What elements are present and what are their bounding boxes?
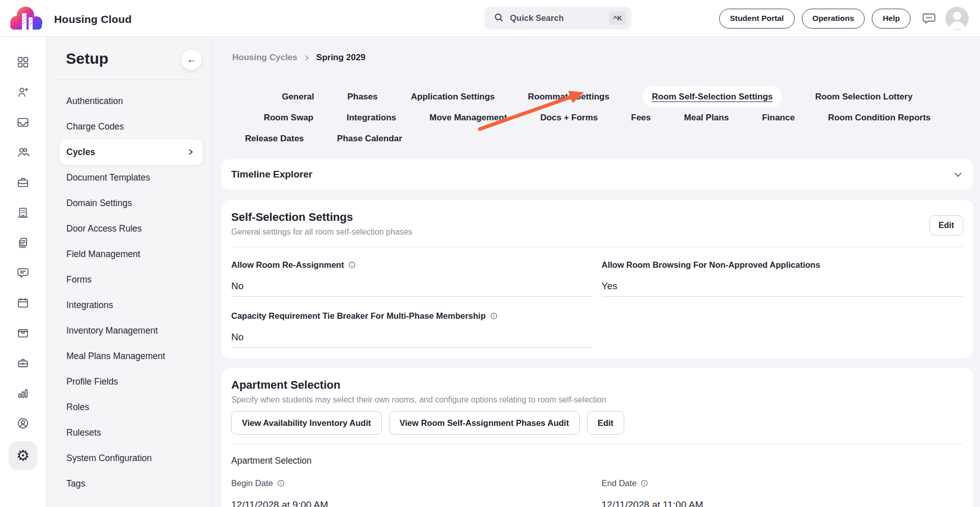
sidebar-item-authentication[interactable]: Authentication bbox=[46, 88, 212, 114]
info-icon[interactable] bbox=[640, 479, 649, 488]
sidebar-item-cycles[interactable]: Cycles bbox=[60, 139, 203, 165]
info-icon[interactable] bbox=[277, 479, 285, 488]
field-value: No bbox=[231, 281, 593, 297]
tab-docs-forms[interactable]: Docs + Forms bbox=[540, 113, 598, 123]
breadcrumb-spring-2029: Spring 2029 bbox=[316, 53, 365, 63]
wallet-icon[interactable] bbox=[11, 321, 35, 345]
self-selection-settings-section: Self-Selection Settings General settings… bbox=[222, 200, 973, 358]
sidebar-item-domain-settings[interactable]: Domain Settings bbox=[46, 190, 212, 216]
sidebar-item-system-configuration[interactable]: System Configuration bbox=[46, 445, 212, 471]
section-title: Apartment Selection bbox=[231, 378, 963, 392]
section-divider bbox=[231, 444, 963, 444]
inbox-icon[interactable] bbox=[11, 110, 35, 135]
tab-release-dates[interactable]: Release Dates bbox=[245, 134, 304, 144]
help-button[interactable]: Help bbox=[872, 9, 911, 29]
tab-room-selection-lottery[interactable]: Room Selection Lottery bbox=[815, 92, 913, 102]
tab-finance[interactable]: Finance bbox=[762, 113, 795, 123]
sidebar-item-tags[interactable]: Tags bbox=[46, 471, 212, 496]
apartment-selection-section: Apartment Selection Specify when student… bbox=[222, 368, 973, 507]
sidebar-menu: Authentication Charge Codes Cycles Docum… bbox=[46, 80, 212, 496]
icon-rail-nav: ⚙ bbox=[0, 37, 46, 507]
tab-phase-calendar[interactable]: Phase Calendar bbox=[337, 134, 402, 144]
reports-icon[interactable] bbox=[11, 381, 35, 405]
edit-self-selection-button[interactable]: Edit bbox=[929, 215, 963, 236]
tab-row-3: Release Dates Phase Calendar bbox=[222, 128, 973, 149]
edit-apartment-selection-button[interactable]: Edit bbox=[587, 411, 624, 435]
sidebar-item-meal-plans-management[interactable]: Meal Plans Management bbox=[46, 343, 212, 369]
tab-roommate-settings[interactable]: Roommate Settings bbox=[528, 92, 609, 102]
tab-fees[interactable]: Fees bbox=[631, 113, 651, 123]
quick-search-input[interactable]: Quick Search ^K bbox=[484, 7, 631, 30]
timeline-explorer-title: Timeline Explorer bbox=[231, 169, 312, 180]
search-shortcut-badge: ^K bbox=[609, 11, 626, 25]
messages-icon[interactable] bbox=[11, 261, 35, 285]
info-icon[interactable] bbox=[348, 261, 356, 269]
sidebar-item-forms[interactable]: Forms bbox=[46, 267, 212, 292]
section-subtitle: General settings for all room self-selec… bbox=[231, 227, 412, 237]
tab-room-self-selection-settings[interactable]: Room Self-Selection Settings bbox=[643, 86, 782, 107]
add-user-icon[interactable] bbox=[11, 80, 35, 105]
search-icon bbox=[494, 12, 504, 24]
setup-sidebar: Setup ← Authentication Charge Codes Cycl… bbox=[46, 37, 212, 507]
chat-icon[interactable] bbox=[920, 9, 938, 28]
user-avatar[interactable] bbox=[945, 7, 969, 30]
view-availability-inventory-audit-button[interactable]: View Availability Inventory Audit bbox=[231, 411, 382, 435]
sidebar-item-document-templates[interactable]: Document Templates bbox=[46, 165, 212, 190]
tab-phases[interactable]: Phases bbox=[347, 92, 378, 102]
section-title: Self-Selection Settings bbox=[231, 211, 412, 224]
sidebar-item-profile-fields[interactable]: Profile Fields bbox=[46, 369, 212, 394]
sidebar-item-integrations[interactable]: Integrations bbox=[46, 292, 212, 318]
tab-move-management[interactable]: Move Management bbox=[429, 113, 507, 123]
field-end-date: End Date 12/11/2028 at 11:00 AM bbox=[602, 466, 964, 507]
documents-icon[interactable] bbox=[11, 231, 35, 255]
sidebar-item-door-access-rules[interactable]: Door Access Rules bbox=[46, 216, 212, 241]
tab-application-settings[interactable]: Application Settings bbox=[411, 92, 495, 102]
app-root: Housing Cloud Quick Search ^K Student Po… bbox=[0, 0, 980, 507]
field-value: No bbox=[231, 332, 593, 348]
tab-meal-plans[interactable]: Meal Plans bbox=[684, 113, 729, 123]
breadcrumb-chevron-icon bbox=[304, 55, 310, 61]
field-value: 12/11/2028 at 11:00 AM bbox=[602, 499, 964, 507]
sidebar-item-roles[interactable]: Roles bbox=[46, 394, 212, 420]
dashboard-icon[interactable] bbox=[11, 50, 35, 74]
sidebar-item-rulesets[interactable]: Rulesets bbox=[46, 420, 212, 445]
sidebar-item-inventory-management[interactable]: Inventory Management bbox=[46, 318, 212, 343]
field-allow-room-reassignment: Allow Room Re-Assignment No bbox=[231, 247, 593, 297]
residents-icon[interactable] bbox=[11, 140, 35, 165]
field-value: 12/11/2028 at 9:00 AM bbox=[231, 499, 593, 507]
timeline-explorer-accordion[interactable]: Timeline Explorer bbox=[222, 159, 973, 190]
account-icon[interactable] bbox=[11, 411, 35, 436]
app-title: Housing Cloud bbox=[54, 5, 132, 34]
settings-icon[interactable]: ⚙ bbox=[9, 441, 37, 470]
view-room-self-assignment-phases-audit-button[interactable]: View Room Self-Assignment Phases Audit bbox=[389, 411, 580, 435]
toolbox-icon[interactable] bbox=[11, 351, 35, 375]
header-actions: Student Portal Operations Help bbox=[719, 0, 969, 37]
tab-general[interactable]: General bbox=[282, 92, 314, 102]
search-placeholder: Quick Search bbox=[510, 13, 609, 23]
info-icon[interactable] bbox=[489, 312, 498, 320]
sidebar-collapse-button[interactable]: ← bbox=[181, 49, 202, 70]
section-subtitle: Specify when students may select their o… bbox=[231, 395, 963, 404]
back-arrow-icon: ← bbox=[187, 54, 197, 65]
field-begin-date: Begin Date 12/11/2028 at 9:00 AM bbox=[231, 466, 593, 507]
cycle-tabs: General Phases Application Settings Room… bbox=[222, 86, 973, 149]
field-capacity-tiebreaker: Capacity Requirement Tie Breaker For Mul… bbox=[231, 297, 593, 348]
chevron-down-icon bbox=[953, 169, 963, 180]
main-content: Housing Cycles Spring 2029 General Phase… bbox=[212, 37, 980, 507]
calendar-icon[interactable] bbox=[11, 291, 35, 315]
tab-integrations[interactable]: Integrations bbox=[347, 113, 396, 123]
sidebar-item-charge-codes[interactable]: Charge Codes bbox=[46, 114, 212, 139]
field-allow-room-browsing: Allow Room Browsing For Non-Approved App… bbox=[602, 247, 964, 297]
tab-row-1: General Phases Application Settings Room… bbox=[222, 86, 973, 107]
tab-row-2: Room Swap Integrations Move Management D… bbox=[222, 107, 973, 128]
brand[interactable]: Housing Cloud bbox=[7, 4, 132, 35]
tab-room-swap[interactable]: Room Swap bbox=[264, 113, 313, 123]
operations-button[interactable]: Operations bbox=[802, 9, 865, 29]
student-portal-button[interactable]: Student Portal bbox=[719, 9, 795, 29]
tab-room-condition-reports[interactable]: Room Condition Reports bbox=[828, 113, 930, 123]
breadcrumb-housing-cycles[interactable]: Housing Cycles bbox=[232, 53, 298, 63]
building-icon[interactable] bbox=[11, 200, 35, 225]
sidebar-item-field-management[interactable]: Field Management bbox=[46, 241, 212, 267]
app-header: Housing Cloud Quick Search ^K Student Po… bbox=[0, 0, 980, 37]
briefcase-icon[interactable] bbox=[11, 170, 35, 195]
